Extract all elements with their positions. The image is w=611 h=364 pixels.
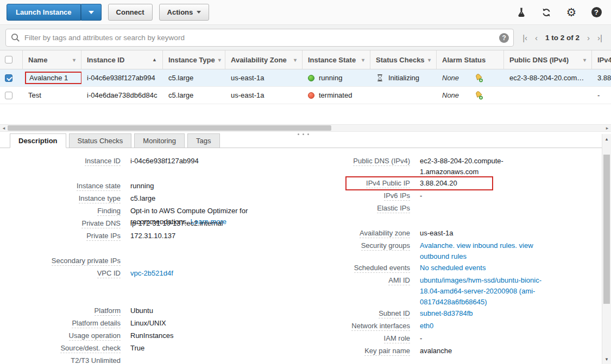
filter-dropdown-icon[interactable]: ▾ xyxy=(291,57,297,63)
pagination: |‹ ‹ 1 to 2 of 2 › ›| xyxy=(522,33,606,42)
vertical-scrollbar[interactable]: ▴ ▾ xyxy=(602,134,611,364)
spacer xyxy=(0,104,611,124)
field-value xyxy=(420,203,550,215)
table-row[interactable]: Avalanche 1 i-04c6e938f127ab994 c5.large… xyxy=(0,69,611,87)
instance-name: Test xyxy=(28,91,41,99)
field-value: subnet-8d3784fb xyxy=(420,308,550,320)
pagination-next-button[interactable]: › xyxy=(587,33,590,42)
refresh-icon[interactable] xyxy=(540,7,552,18)
cell-instance-type: c5.large xyxy=(163,87,225,104)
experiments-beaker-icon[interactable] xyxy=(515,7,527,18)
field-value: True xyxy=(130,343,266,355)
value-link[interactable]: Avalanche. view inbound rules. view outb… xyxy=(420,241,533,260)
row-checkbox[interactable] xyxy=(5,92,12,99)
description-row: Network interfaces eth0 xyxy=(304,321,557,333)
actions-button[interactable]: Actions xyxy=(159,4,210,21)
create-alarm-bell-icon[interactable] xyxy=(474,91,483,100)
cell-public-dns: ec2-3-88-204-20.compute-1.amazonaws.com xyxy=(504,69,592,86)
filter-dropdown-icon[interactable]: ▾ xyxy=(215,57,221,63)
column-header-alarm-status[interactable]: Alarm Status xyxy=(437,50,504,69)
actions-label: Actions xyxy=(167,8,193,16)
description-row: Elastic IPs xyxy=(304,203,557,215)
select-all-checkbox[interactable] xyxy=(5,56,12,63)
description-row: Platform details Linux/UNIX xyxy=(0,318,272,330)
tab-description[interactable]: Description xyxy=(10,133,66,148)
launch-instance-dropdown-button[interactable] xyxy=(81,4,102,21)
panel-resize-handle[interactable] xyxy=(298,133,309,135)
help-icon[interactable]: ? xyxy=(590,7,602,18)
field-label: Usage operation xyxy=(0,330,121,342)
filter-dropdown-icon[interactable]: ▾ xyxy=(70,57,75,63)
column-header-status-checks[interactable]: Status Checks ▾ xyxy=(370,50,437,69)
cell-status-checks: Initializing xyxy=(370,69,437,86)
filter-search-input[interactable] xyxy=(5,29,514,47)
row-checkbox-cell xyxy=(0,69,23,86)
column-header-availability-zone[interactable]: Availability Zone ▾ xyxy=(225,50,303,69)
column-label: Instance Type xyxy=(168,56,215,64)
search-help-icon[interactable]: ? xyxy=(499,33,509,43)
cell-instance-id: i-04c6e938f127ab994 xyxy=(81,69,163,86)
launch-instance-button[interactable]: Launch Instance xyxy=(7,4,81,21)
cell-name: Avalanche 1 xyxy=(23,69,81,86)
field-value xyxy=(130,243,266,255)
scroll-up-arrow-icon[interactable]: ▴ xyxy=(602,136,611,142)
scroll-left-arrow-icon[interactable]: ◂ xyxy=(0,125,8,131)
column-header-public-dns[interactable]: Public DNS (IPv4) ▾ xyxy=(504,50,592,69)
field-value: ec2-3-88-204-20.compute-1.amazonaws.com xyxy=(420,156,550,177)
pagination-prev-button[interactable]: ‹ xyxy=(535,33,538,42)
filter-dropdown-icon[interactable]: ▾ xyxy=(358,57,364,63)
value-link[interactable]: vpc-2b521d4f xyxy=(130,269,173,277)
create-alarm-bell-icon[interactable] xyxy=(474,73,483,82)
value-link[interactable]: subnet-8d3784fb xyxy=(420,309,473,317)
field-value xyxy=(130,293,266,305)
row-checkbox[interactable] xyxy=(5,74,12,82)
field-label xyxy=(304,215,410,227)
tab-tags[interactable]: Tags xyxy=(187,133,219,148)
description-row: Public DNS (IPv4) ec2-3-88-204-20.comput… xyxy=(304,156,557,177)
value-link[interactable]: eth0 xyxy=(420,322,433,330)
row-checkbox-cell xyxy=(0,87,23,104)
horizontal-scrollbar[interactable]: ◂ ▸ xyxy=(0,124,611,132)
pagination-first-button[interactable]: |‹ xyxy=(522,33,527,42)
field-label: Instance state xyxy=(0,181,121,193)
field-value: avalanche xyxy=(420,346,550,357)
settings-gear-icon[interactable]: ⚙ xyxy=(565,7,577,18)
sort-ascending-icon[interactable]: ▲ xyxy=(149,57,157,62)
tab-monitoring[interactable]: Monitoring xyxy=(134,133,185,148)
cell-name: Test xyxy=(23,87,81,104)
pagination-last-button[interactable]: ›| xyxy=(597,33,602,42)
scroll-down-arrow-icon[interactable]: ▾ xyxy=(602,356,611,362)
cell-ipv4-public-ip: - xyxy=(592,87,611,104)
filter-dropdown-icon[interactable]: ▾ xyxy=(425,57,431,63)
description-row: IPv6 IPs - xyxy=(304,190,557,202)
connect-button[interactable]: Connect xyxy=(108,4,153,21)
horizontal-scrollbar-thumb[interactable] xyxy=(8,125,331,131)
vertical-scrollbar-thumb[interactable] xyxy=(603,155,610,304)
field-label: Subnet ID xyxy=(304,308,410,320)
column-header-name[interactable]: Name ▾ xyxy=(23,50,81,69)
field-label: T2/T3 Unlimited xyxy=(0,355,121,364)
filter-dropdown-icon[interactable]: ▾ xyxy=(580,57,586,63)
value-link[interactable]: No scheduled events xyxy=(420,264,486,272)
field-label: IAM role xyxy=(304,333,410,345)
description-left-column: Instance ID i-04c6e938f127ab994 xyxy=(0,156,272,364)
table-header-row: Name ▾ Instance ID ▲ Instance Type ▾ Ava… xyxy=(0,50,611,69)
field-value: Linux/UNIX xyxy=(130,318,266,330)
cell-status-checks xyxy=(370,87,437,104)
description-row: Platform Ubuntu xyxy=(0,305,272,317)
table-row[interactable]: Test i-04e6dae738db6d84c c5.large us-eas… xyxy=(0,87,611,104)
search-icon xyxy=(10,33,21,44)
scroll-right-arrow-icon[interactable]: ▸ xyxy=(603,125,611,131)
description-row xyxy=(0,293,272,305)
description-panel: Instance ID i-04c6e938f127ab994 xyxy=(0,148,611,364)
description-row: Subnet ID subnet-8d3784fb xyxy=(304,308,557,320)
column-header-instance-type[interactable]: Instance Type ▾ xyxy=(163,50,225,69)
column-header-instance-state[interactable]: Instance State ▾ xyxy=(303,50,370,69)
tab-status-checks[interactable]: Status Checks xyxy=(69,133,132,148)
column-header-instance-id[interactable]: Instance ID ▲ xyxy=(81,50,163,69)
column-label: Public DNS (IPv4) xyxy=(509,56,569,64)
description-row: Usage operation RunInstances xyxy=(0,330,272,342)
field-value: Opt-in to AWS Compute Optimizer for reco… xyxy=(130,206,266,218)
column-header-ipv4-public-ip[interactable]: IPv4 Public IP xyxy=(592,50,611,69)
value-link[interactable]: ubuntu/images/hvm-ssd/ubuntu-bionic-18.0… xyxy=(420,276,541,306)
